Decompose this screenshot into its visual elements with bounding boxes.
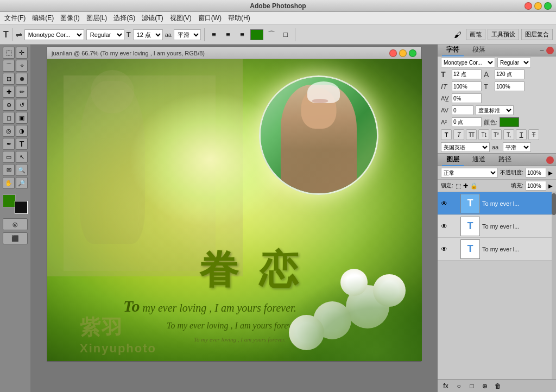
tool-orient-icon[interactable]: ⇌	[16, 30, 22, 39]
leading-input[interactable]	[495, 69, 525, 79]
layer-2-visibility[interactable]: 👁	[440, 222, 448, 231]
brush-tool[interactable]: ✏	[16, 86, 28, 98]
tab-channels[interactable]: 通道	[468, 154, 490, 166]
tool-presets-button[interactable]: 工具预设	[488, 29, 519, 40]
opacity-arrow[interactable]: ▶	[548, 170, 553, 176]
magic-wand-tool[interactable]: ✧	[16, 60, 28, 72]
history-brush-tool[interactable]: ↺	[16, 99, 28, 111]
tab-character[interactable]: 字符	[442, 44, 464, 56]
canvas-image[interactable]: 眷 恋 To my ever loving , I am yours forev…	[47, 59, 422, 361]
heal-tool[interactable]: ✚	[3, 86, 15, 98]
close-button[interactable]	[525, 2, 532, 10]
eraser-tool[interactable]: ◻	[3, 112, 15, 124]
layer-style-btn[interactable]: fx	[441, 381, 451, 391]
screen-mode-tool[interactable]: ⬛	[3, 232, 28, 244]
layer-3-visibility[interactable]: 👁	[440, 245, 448, 254]
italic-btn[interactable]: T	[453, 129, 464, 140]
brushes-panel-button[interactable]: 画笔	[466, 29, 485, 40]
text-tool[interactable]: T	[16, 138, 28, 150]
font-size-input[interactable]	[452, 69, 482, 79]
tab-layers[interactable]: 图层	[442, 154, 464, 166]
path-select-tool[interactable]: ↖	[16, 151, 28, 163]
delete-layer-btn[interactable]: 🗑	[493, 381, 503, 391]
minimize-button[interactable]	[534, 2, 542, 10]
crop-tool[interactable]: ⊡	[3, 73, 15, 85]
menu-filter[interactable]: 滤镜(T)	[142, 14, 163, 23]
maximize-button[interactable]	[544, 2, 552, 10]
underline-btn[interactable]: T	[516, 129, 527, 140]
tracking-input[interactable]	[452, 93, 482, 103]
font-family-select[interactable]: Monotype Cor...	[24, 29, 84, 40]
new-fill-layer-btn[interactable]: □	[467, 381, 477, 391]
menu-help[interactable]: 帮助(H)	[228, 14, 250, 23]
text-color-swatch[interactable]	[250, 29, 263, 40]
layers-scrollbar[interactable]	[552, 192, 556, 379]
canvas-maximize-btn[interactable]	[409, 49, 416, 57]
dodge-tool[interactable]: ◑	[16, 125, 28, 137]
smallcaps-btn[interactable]: Tt	[478, 129, 489, 140]
canvas-close-btn[interactable]	[389, 49, 397, 57]
brush-panel-icon[interactable]: 🖌	[452, 29, 464, 41]
notes-tool[interactable]: ✉	[3, 164, 15, 176]
lock-all-btn[interactable]: 🔒	[470, 182, 478, 189]
layer-mask-btn[interactable]: ○	[454, 381, 464, 391]
opacity-input[interactable]	[526, 168, 546, 178]
align-left-button[interactable]: ≡	[208, 29, 220, 41]
marquee-tool[interactable]: ⬚	[3, 47, 15, 59]
blend-mode-select[interactable]: 正常	[441, 168, 498, 178]
layer-1-visibility[interactable]: 👁	[440, 199, 448, 208]
font-size-select[interactable]: 12 点	[133, 29, 163, 40]
layers-panel-close[interactable]	[546, 156, 554, 164]
menu-view[interactable]: 视图(V)	[170, 14, 192, 23]
quick-mask-tool[interactable]: ◎	[3, 218, 28, 230]
zoom-tool[interactable]: 🔎	[16, 177, 28, 189]
layer-comps-button[interactable]: 图层复合	[521, 29, 553, 40]
menu-file[interactable]: 文件(F)	[4, 14, 26, 23]
menu-window[interactable]: 窗口(W)	[198, 14, 222, 23]
align-right-button[interactable]: ≡	[236, 29, 248, 41]
subscript-btn[interactable]: T,	[503, 129, 514, 140]
layer-item-3[interactable]: 👁 T To my ever l...	[438, 238, 556, 261]
kerning-input[interactable]	[452, 105, 473, 115]
language-select[interactable]: 美国英语	[441, 142, 490, 152]
char-panel-close[interactable]	[546, 47, 554, 54]
eyedropper-tool[interactable]: 🔍	[16, 164, 28, 176]
text-tool-icon[interactable]: T	[3, 30, 9, 40]
move-tool[interactable]: ✛	[16, 47, 28, 59]
antialias-select[interactable]: 平滑	[174, 29, 201, 40]
scale-v-input[interactable]	[452, 81, 482, 91]
background-color[interactable]	[15, 201, 28, 214]
menu-select[interactable]: 选择(S)	[113, 14, 135, 23]
menu-image[interactable]: 图像(I)	[60, 14, 79, 23]
new-layer-btn[interactable]: ⊕	[480, 381, 490, 391]
bold-btn[interactable]: T	[441, 129, 452, 140]
allcaps-btn[interactable]: TT	[466, 129, 477, 140]
blur-tool[interactable]: ◎	[3, 125, 15, 137]
foreground-color[interactable]	[3, 194, 16, 207]
hand-tool[interactable]: ✋	[3, 177, 15, 189]
superscript-btn[interactable]: T°	[491, 129, 502, 140]
kerning-mode-select[interactable]: 度量标准	[476, 105, 514, 115]
clone-tool[interactable]: ⊕	[3, 99, 15, 111]
shape-tool[interactable]: ▭	[3, 151, 15, 163]
char-style-select[interactable]: Regular	[497, 58, 531, 67]
lasso-tool[interactable]: ⌒	[3, 60, 15, 72]
baseline-input[interactable]	[452, 117, 482, 127]
pen-tool[interactable]: ✒	[3, 138, 15, 150]
align-center-button[interactable]: ≡	[222, 29, 234, 41]
lock-move-btn[interactable]: ✚	[463, 182, 468, 189]
font-style-select[interactable]: Regular	[86, 29, 124, 40]
gradient-tool[interactable]: ▣	[16, 112, 28, 124]
menu-layer[interactable]: 图层(L)	[86, 14, 108, 23]
strikethrough-btn[interactable]: T	[528, 129, 539, 140]
layer-item-1[interactable]: 👁 T To my ever l...	[438, 192, 556, 215]
scale-h-input[interactable]	[495, 81, 525, 91]
menu-edit[interactable]: 编辑(E)	[32, 14, 54, 23]
slice-tool[interactable]: ⊗	[16, 73, 28, 85]
fill-arrow[interactable]: ▶	[548, 183, 553, 189]
lock-pixel-btn[interactable]: ⬚	[456, 182, 461, 189]
char-panel-minimize[interactable]: −	[540, 46, 544, 55]
char-font-select[interactable]: Monotype Cor...	[441, 58, 495, 67]
canvas-minimize-btn[interactable]	[399, 49, 407, 57]
layer-item-2[interactable]: 👁 T To my ever l...	[438, 215, 556, 238]
